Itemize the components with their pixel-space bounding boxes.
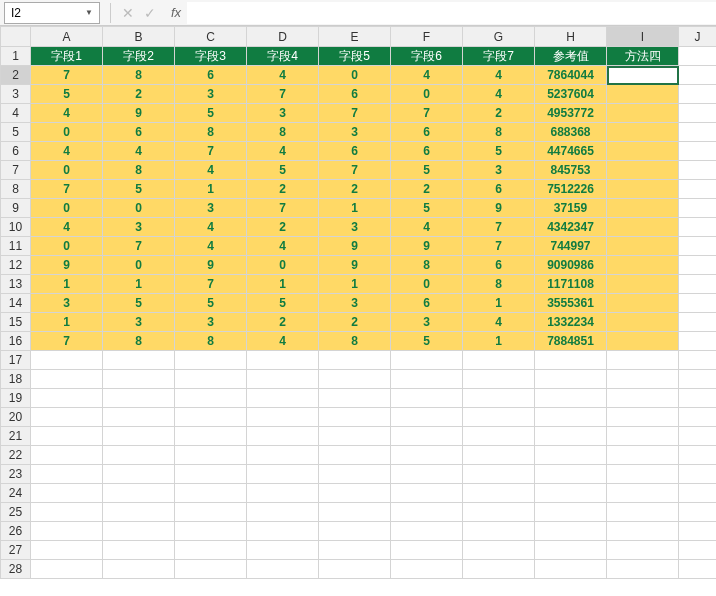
cell-D13[interactable]: 1 [247,275,319,294]
cell-F21[interactable] [391,427,463,446]
row-header-15[interactable]: 15 [1,313,31,332]
cell-I19[interactable] [607,389,679,408]
cell-I10[interactable] [607,218,679,237]
cell-A13[interactable]: 1 [31,275,103,294]
cell-F13[interactable]: 0 [391,275,463,294]
cell-D23[interactable] [247,465,319,484]
cell-D24[interactable] [247,484,319,503]
cell-A11[interactable]: 0 [31,237,103,256]
row-header-27[interactable]: 27 [1,541,31,560]
cell-E27[interactable] [319,541,391,560]
cell-E19[interactable] [319,389,391,408]
cell-H12[interactable]: 9090986 [535,256,607,275]
cell-G18[interactable] [463,370,535,389]
cell-G27[interactable] [463,541,535,560]
cell-G17[interactable] [463,351,535,370]
cell-G12[interactable]: 6 [463,256,535,275]
cell-C11[interactable]: 4 [175,237,247,256]
cell-D3[interactable]: 7 [247,85,319,104]
cell-A8[interactable]: 7 [31,180,103,199]
cell-J2[interactable] [679,66,717,85]
cell-J24[interactable] [679,484,717,503]
cell-H21[interactable] [535,427,607,446]
cell-A24[interactable] [31,484,103,503]
cell-J27[interactable] [679,541,717,560]
cell-A25[interactable] [31,503,103,522]
cell-H22[interactable] [535,446,607,465]
cell-E28[interactable] [319,560,391,579]
cell-H7[interactable]: 845753 [535,161,607,180]
row-header-4[interactable]: 4 [1,104,31,123]
cell-B9[interactable]: 0 [103,199,175,218]
cell-F8[interactable]: 2 [391,180,463,199]
cell-G10[interactable]: 7 [463,218,535,237]
cell-J10[interactable] [679,218,717,237]
cell-D20[interactable] [247,408,319,427]
cell-A20[interactable] [31,408,103,427]
cell-D15[interactable]: 2 [247,313,319,332]
cell-B3[interactable]: 2 [103,85,175,104]
column-header-A[interactable]: A [31,27,103,47]
cell-E14[interactable]: 3 [319,294,391,313]
cell-H14[interactable]: 3555361 [535,294,607,313]
cell-H1[interactable]: 参考值 [535,47,607,66]
cell-F1[interactable]: 字段6 [391,47,463,66]
cell-C27[interactable] [175,541,247,560]
cell-H8[interactable]: 7512226 [535,180,607,199]
cell-C14[interactable]: 5 [175,294,247,313]
cell-A28[interactable] [31,560,103,579]
cell-B2[interactable]: 8 [103,66,175,85]
cell-H15[interactable]: 1332234 [535,313,607,332]
cell-F9[interactable]: 5 [391,199,463,218]
cell-C25[interactable] [175,503,247,522]
cell-G24[interactable] [463,484,535,503]
cell-D25[interactable] [247,503,319,522]
cell-H19[interactable] [535,389,607,408]
cell-D21[interactable] [247,427,319,446]
cell-A27[interactable] [31,541,103,560]
cell-G25[interactable] [463,503,535,522]
cell-D18[interactable] [247,370,319,389]
cell-B24[interactable] [103,484,175,503]
cell-I13[interactable] [607,275,679,294]
row-header-1[interactable]: 1 [1,47,31,66]
cell-B28[interactable] [103,560,175,579]
row-header-16[interactable]: 16 [1,332,31,351]
cell-H23[interactable] [535,465,607,484]
cell-G5[interactable]: 8 [463,123,535,142]
cell-I16[interactable] [607,332,679,351]
cell-C9[interactable]: 3 [175,199,247,218]
cell-E15[interactable]: 2 [319,313,391,332]
cell-B27[interactable] [103,541,175,560]
cell-B14[interactable]: 5 [103,294,175,313]
row-header-7[interactable]: 7 [1,161,31,180]
cell-D6[interactable]: 4 [247,142,319,161]
cell-E16[interactable]: 8 [319,332,391,351]
cell-F5[interactable]: 6 [391,123,463,142]
cell-B22[interactable] [103,446,175,465]
cell-E18[interactable] [319,370,391,389]
cell-H2[interactable]: 7864044 [535,66,607,85]
row-header-8[interactable]: 8 [1,180,31,199]
cell-I26[interactable] [607,522,679,541]
cell-A18[interactable] [31,370,103,389]
cell-C19[interactable] [175,389,247,408]
cell-A22[interactable] [31,446,103,465]
cell-D1[interactable]: 字段4 [247,47,319,66]
row-header-28[interactable]: 28 [1,560,31,579]
cell-E7[interactable]: 7 [319,161,391,180]
cell-J12[interactable] [679,256,717,275]
cell-H27[interactable] [535,541,607,560]
row-header-11[interactable]: 11 [1,237,31,256]
cell-E20[interactable] [319,408,391,427]
cell-F23[interactable] [391,465,463,484]
cell-E23[interactable] [319,465,391,484]
name-box[interactable]: I2 ▼ [4,2,100,24]
cell-C4[interactable]: 5 [175,104,247,123]
cell-J5[interactable] [679,123,717,142]
cell-C8[interactable]: 1 [175,180,247,199]
cell-E24[interactable] [319,484,391,503]
cell-F17[interactable] [391,351,463,370]
cell-C18[interactable] [175,370,247,389]
cell-E9[interactable]: 1 [319,199,391,218]
